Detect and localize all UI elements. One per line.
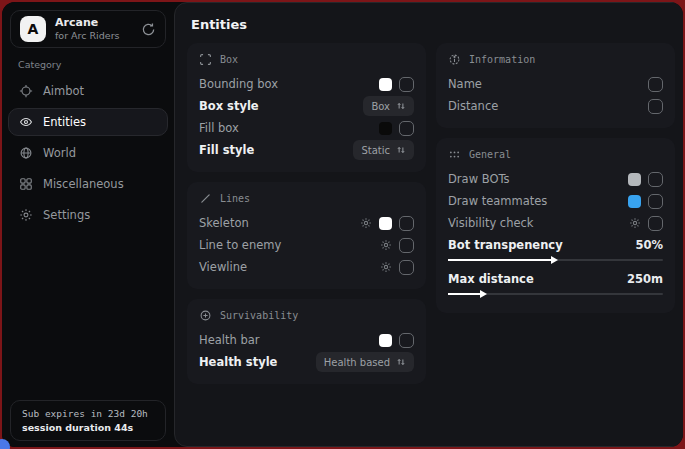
box-style-value: Box (371, 101, 390, 112)
fill-style-dropdown[interactable]: Static (353, 140, 414, 160)
sidebar-item-miscellaneous[interactable]: Miscellaneous (8, 170, 168, 198)
max-distance-label: Max distance (448, 272, 534, 286)
sidebar-item-label: Settings (43, 208, 90, 222)
sidebar-item-entities[interactable]: Entities (8, 108, 168, 136)
bounding-box-color-swatch[interactable] (379, 78, 392, 91)
updown-arrows-icon (396, 101, 406, 111)
sidebar-item-label: Miscellaneous (43, 177, 124, 191)
health-bar-label: Health bar (199, 333, 260, 347)
health-bar-checkbox[interactable] (399, 333, 414, 348)
max-distance-value: 250m (627, 272, 663, 286)
box-style-dropdown[interactable]: Box (363, 96, 414, 116)
general-panel: General Draw BOTs Draw teammates (436, 138, 675, 313)
information-panel-header: Information (448, 53, 663, 66)
slider-fill (448, 259, 556, 261)
app-logo: A (20, 16, 46, 42)
line-to-enemy-checkbox[interactable] (399, 238, 414, 253)
health-style-value: Health based (324, 357, 390, 368)
information-icon (448, 53, 461, 66)
health-bar-color-swatch[interactable] (379, 334, 392, 347)
survivability-panel-title: Survivability (220, 310, 298, 321)
fill-box-color-swatch[interactable] (379, 122, 392, 135)
line-to-enemy-label: Line to enemy (199, 238, 281, 252)
name-checkbox[interactable] (648, 77, 663, 92)
sidebar-item-aimbot[interactable]: Aimbot (8, 77, 168, 105)
survivability-panel: Survivability Health bar Health style He… (187, 299, 426, 384)
visibility-check-label: Visibility check (448, 216, 534, 230)
setting-row-fill-style: Fill style Static (199, 139, 414, 161)
health-style-label: Health style (199, 355, 277, 369)
visibility-check-settings-icon[interactable] (629, 217, 641, 229)
information-panel: Information Name Distance (436, 43, 675, 128)
distance-checkbox[interactable] (648, 99, 663, 114)
updown-arrows-icon (396, 145, 406, 155)
right-column: Information Name Distance (436, 43, 675, 384)
survivability-icon (199, 309, 212, 322)
setting-row-distance: Distance (448, 95, 663, 117)
skeleton-checkbox[interactable] (399, 216, 414, 231)
setting-row-skeleton: Skeleton (199, 212, 414, 234)
sidebar-item-settings[interactable]: Settings (8, 201, 168, 229)
setting-row-name: Name (448, 73, 663, 95)
bounding-box-checkbox[interactable] (399, 77, 414, 92)
category-label: Category (18, 59, 174, 70)
sidebar: A Arcane for Arc Riders Category Aimbot (2, 2, 174, 447)
skeleton-color-swatch[interactable] (379, 217, 392, 230)
panel-columns: Box Bounding box Box style Box (175, 43, 683, 384)
main-panel: Entities Box Bounding box (174, 2, 683, 447)
app-window: A Arcane for Arc Riders Category Aimbot (2, 2, 683, 447)
distance-label: Distance (448, 99, 498, 113)
draw-bots-label: Draw BOTs (448, 172, 510, 186)
bot-transparency-slider[interactable] (448, 256, 663, 265)
bounding-box-label: Bounding box (199, 77, 278, 91)
app-subtitle: for Arc Riders (55, 30, 120, 42)
skeleton-settings-icon[interactable] (360, 217, 372, 229)
sidebar-item-label: Aimbot (43, 84, 84, 98)
viewline-settings-icon[interactable] (380, 261, 392, 273)
name-label: Name (448, 77, 482, 91)
setting-row-viewline: Viewline (199, 256, 414, 278)
refresh-icon[interactable] (141, 22, 156, 37)
sidebar-item-label: Entities (43, 115, 86, 129)
setting-row-draw-teammates: Draw teammates (448, 190, 663, 212)
setting-row-box-style: Box style Box (199, 95, 414, 117)
line-to-enemy-settings-icon[interactable] (380, 239, 392, 251)
bot-transparency-value: 50% (635, 238, 663, 252)
draw-bots-checkbox[interactable] (648, 172, 663, 187)
app-title-block: Arcane for Arc Riders (55, 16, 120, 42)
sidebar-item-world[interactable]: World (8, 139, 168, 167)
bot-transparency-label: Bot transpenency (448, 238, 563, 252)
visibility-check-checkbox[interactable] (648, 216, 663, 231)
max-distance-slider[interactable] (448, 290, 663, 299)
fill-style-label: Fill style (199, 143, 254, 157)
updown-arrows-icon (396, 357, 406, 367)
box-panel: Box Bounding box Box style Box (187, 43, 426, 172)
app-title: Arcane (55, 16, 120, 30)
draw-teammates-label: Draw teammates (448, 194, 547, 208)
fill-style-value: Static (361, 145, 390, 156)
box-panel-header: Box (199, 53, 414, 66)
box-panel-title: Box (220, 54, 238, 65)
sidebar-item-label: World (43, 146, 76, 160)
health-style-dropdown[interactable]: Health based (316, 352, 414, 372)
page-title: Entities (191, 17, 683, 32)
draw-bots-color-swatch[interactable] (628, 173, 641, 186)
lines-panel: Lines Skeleton Line to enemy (187, 182, 426, 289)
setting-row-health-bar: Health bar (199, 329, 414, 351)
fill-box-label: Fill box (199, 121, 239, 135)
logo-card: A Arcane for Arc Riders (10, 10, 166, 48)
gear-icon (19, 208, 33, 222)
lines-panel-title: Lines (220, 193, 250, 204)
left-column: Box Bounding box Box style Box (187, 43, 426, 384)
draw-teammates-checkbox[interactable] (648, 194, 663, 209)
setting-row-health-style: Health style Health based (199, 351, 414, 373)
survivability-panel-header: Survivability (199, 309, 414, 322)
setting-row-visibility-check: Visibility check (448, 212, 663, 234)
draw-teammates-color-swatch[interactable] (628, 195, 641, 208)
bot-transparency-header-row: Bot transpenency 50% (448, 234, 663, 256)
viewline-checkbox[interactable] (399, 260, 414, 275)
setting-row-draw-bots: Draw BOTs (448, 168, 663, 190)
dots-grid-icon (448, 148, 461, 161)
globe-icon (19, 146, 33, 160)
fill-box-checkbox[interactable] (399, 121, 414, 136)
